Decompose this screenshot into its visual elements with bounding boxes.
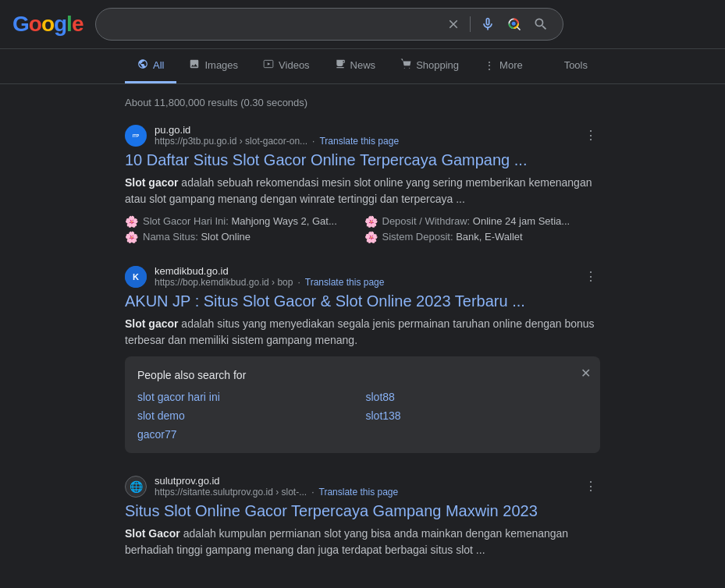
tools-button[interactable]: Tools bbox=[552, 50, 600, 83]
search-input[interactable]: slot gacor bbox=[108, 17, 437, 31]
search-tag[interactable]: slot88 bbox=[366, 391, 588, 403]
site-name: sulutprov.go.id bbox=[155, 475, 398, 487]
sub-link-item: 🌸 Sistem Deposit: Bank, E-Wallet bbox=[364, 231, 601, 243]
svg-text:ITP: ITP bbox=[133, 133, 140, 138]
sub-links: 🌸 Slot Gacor Hari Ini: Mahjong Ways 2, G… bbox=[125, 215, 600, 243]
result-options-button[interactable]: ⋮ bbox=[581, 266, 600, 287]
voice-search-button[interactable] bbox=[478, 15, 497, 34]
google-search-button[interactable] bbox=[531, 15, 550, 34]
svg-text:K: K bbox=[133, 272, 139, 282]
videos-icon bbox=[263, 58, 274, 72]
tab-all[interactable]: All bbox=[125, 49, 176, 83]
result-source: ITP pu.go.id https://p3tb.pu.go.id › slo… bbox=[125, 124, 600, 147]
translate-link[interactable]: Translate this page bbox=[319, 487, 399, 498]
tab-more-label: More bbox=[499, 59, 523, 71]
people-search-close-button[interactable]: ✕ bbox=[581, 366, 591, 381]
translate-link[interactable]: Translate this page bbox=[305, 277, 385, 288]
sub-link-item: 🌸 Deposit / Withdraw: Online 24 jam Seti… bbox=[364, 215, 601, 228]
divider bbox=[470, 16, 471, 32]
result-snippet: Slot gacor adalah sebuah rekomendasi mes… bbox=[125, 175, 600, 207]
result-snippet: Slot gacor adalah situs yang menyediakan… bbox=[125, 316, 600, 349]
tab-all-label: All bbox=[153, 59, 164, 71]
result-source: K kemdikbud.go.id https://bop.kemdikbud.… bbox=[125, 265, 600, 288]
source-info: sulutprov.go.id https://sitante.sulutpro… bbox=[155, 475, 398, 498]
svg-point-5 bbox=[404, 68, 405, 69]
tab-images-label: Images bbox=[204, 59, 238, 71]
tab-shopping[interactable]: Shopping bbox=[388, 49, 471, 83]
people-search-title: People also search for bbox=[137, 369, 588, 381]
result-options-button[interactable]: ⋮ bbox=[581, 476, 600, 497]
clear-button[interactable] bbox=[445, 16, 462, 33]
search-tag[interactable]: slot138 bbox=[366, 409, 588, 422]
search-icons bbox=[445, 15, 550, 34]
translate-link[interactable]: Translate this page bbox=[319, 136, 399, 147]
svg-point-6 bbox=[409, 68, 410, 69]
result-item: K kemdikbud.go.id https://bop.kemdikbud.… bbox=[125, 265, 600, 453]
more-icon: ⋮ bbox=[484, 59, 495, 72]
result-options-button[interactable]: ⋮ bbox=[581, 125, 600, 146]
site-url: https://sitante.sulutprov.go.id › slot-.… bbox=[155, 487, 398, 498]
site-name: pu.go.id bbox=[155, 124, 399, 136]
source-info: kemdikbud.go.id https://bop.kemdikbud.go… bbox=[155, 265, 384, 288]
site-favicon: ITP bbox=[125, 125, 147, 147]
search-tag[interactable]: slot gacor hari ini bbox=[137, 391, 360, 403]
sub-link-item: 🌸 Slot Gacor Hari Ini: Mahjong Ways 2, G… bbox=[125, 215, 361, 228]
people-also-search-box: People also search for ✕ slot gacor hari… bbox=[125, 356, 600, 453]
nav-tabs: All Images Videos News Shopping ⋮ More T… bbox=[0, 49, 725, 84]
tab-more[interactable]: ⋮ More bbox=[471, 50, 535, 83]
news-icon bbox=[335, 58, 346, 72]
lens-search-button[interactable] bbox=[505, 15, 524, 34]
shopping-icon bbox=[400, 58, 411, 72]
tab-videos-label: Videos bbox=[279, 59, 310, 71]
search-tag[interactable]: slot demo bbox=[137, 409, 360, 422]
result-item: 🌐 sulutprov.go.id https://sitante.sulutp… bbox=[125, 475, 600, 558]
sub-link-item: 🌸 Nama Situs: Slot Online bbox=[125, 231, 361, 243]
result-item: ITP pu.go.id https://p3tb.pu.go.id › slo… bbox=[125, 124, 600, 243]
result-title[interactable]: Situs Slot Online Gacor Terpercaya Gampa… bbox=[125, 501, 600, 521]
site-favicon: 🌐 bbox=[125, 476, 147, 498]
result-source: 🌐 sulutprov.go.id https://sitante.sulutp… bbox=[125, 475, 600, 498]
svg-marker-4 bbox=[268, 62, 271, 66]
source-info: pu.go.id https://p3tb.pu.go.id › slot-ga… bbox=[155, 124, 399, 147]
header: Google slot gacor bbox=[0, 0, 725, 49]
svg-point-1 bbox=[512, 22, 516, 26]
tab-videos[interactable]: Videos bbox=[251, 49, 322, 83]
site-name: kemdikbud.go.id bbox=[155, 265, 384, 277]
svg-line-2 bbox=[517, 27, 521, 30]
search-tag[interactable]: gacor77 bbox=[137, 428, 360, 441]
people-search-tags: slot gacor hari ini slot88 slot demo slo… bbox=[137, 391, 588, 441]
site-favicon: K bbox=[125, 266, 147, 288]
all-icon bbox=[137, 58, 148, 72]
tab-news-label: News bbox=[350, 59, 376, 71]
site-url: https://p3tb.pu.go.id › slot-gacor-on...… bbox=[155, 136, 399, 147]
site-url: https://bop.kemdikbud.go.id › bop · Tran… bbox=[155, 277, 384, 288]
results-container: About 11,800,000 results (0.30 seconds) … bbox=[0, 84, 725, 588]
tab-shopping-label: Shopping bbox=[416, 59, 459, 71]
tab-news[interactable]: News bbox=[322, 49, 389, 83]
search-bar[interactable]: slot gacor bbox=[95, 8, 563, 41]
tab-images[interactable]: Images bbox=[176, 49, 251, 83]
results-count: About 11,800,000 results (0.30 seconds) bbox=[125, 97, 600, 108]
result-snippet: Slot Gacor adalah kumpulan permianan slo… bbox=[125, 526, 600, 558]
images-icon bbox=[189, 58, 200, 72]
google-logo: Google bbox=[12, 12, 83, 37]
result-title[interactable]: AKUN JP : Situs Slot Gacor & Slot Online… bbox=[125, 291, 600, 311]
result-title[interactable]: 10 Daftar Situs Slot Gacor Online Terper… bbox=[125, 150, 600, 170]
